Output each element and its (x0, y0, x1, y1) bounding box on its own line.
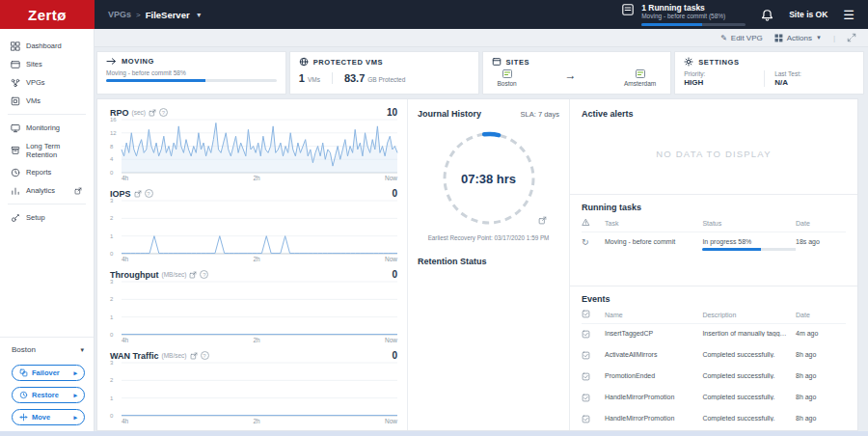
running-tasks-header: Task Status Date (582, 212, 846, 232)
help-icon[interactable]: ? (201, 351, 209, 360)
sidebar: Dashboard Sites VPGs VMs Monitoring Long… (0, 29, 95, 431)
external-link-icon[interactable] (134, 190, 142, 198)
sidebar-item-reports[interactable]: Reports (0, 163, 94, 181)
help-icon[interactable]: ? (145, 189, 153, 198)
task-progress-fill (702, 248, 760, 251)
task-status-cell: In progress 58% (702, 238, 796, 251)
site-icon (635, 68, 646, 79)
running-task-row[interactable]: ↻ Moving - before commit In progress 58%… (582, 232, 846, 257)
column-header-name: Name (605, 312, 702, 318)
external-link-icon (74, 187, 82, 195)
wan-traffic-chart: WAN Traffic (MB/sec) ? 0 3210 4h2hNow (110, 350, 397, 431)
help-icon[interactable]: ? (159, 108, 168, 117)
priority-label: Priority: (684, 70, 764, 77)
sidebar-label: Monitoring (26, 123, 60, 132)
earliest-recovery-point: Earliest Recovery Point: 03/17/2020 1:59… (418, 234, 559, 241)
source-site: Boston (498, 68, 517, 87)
running-tasks-title: Running tasks (582, 203, 846, 212)
sidebar-item-vms[interactable]: VMs (0, 92, 94, 110)
event-icon (582, 372, 605, 382)
bell-icon[interactable] (761, 9, 773, 21)
chevron-down-icon[interactable]: ▼ (196, 12, 203, 18)
event-description: Completed successfully. (702, 394, 796, 400)
external-link-icon[interactable] (189, 271, 197, 279)
tasks-subtitle: Moving - before commit (58%) (641, 13, 746, 20)
protected-vms-title: PROTECTED VMS (313, 58, 383, 67)
moving-progress-fill (106, 79, 205, 82)
panel-divider (332, 72, 333, 84)
help-icon[interactable]: ? (200, 270, 208, 279)
breadcrumb[interactable]: VPGs > FileServer ▼ (108, 10, 203, 20)
event-icon (582, 330, 605, 340)
chevron-down-icon: ▼ (816, 35, 822, 41)
setup-icon (11, 213, 20, 223)
event-row[interactable]: HandleMirrorPromotion Completed successf… (582, 388, 846, 409)
sidebar-label: Sites (26, 60, 42, 68)
event-row[interactable]: ActivateAllMirrors Completed successfull… (582, 345, 846, 367)
y-axis-labels: 3210 (110, 198, 120, 257)
external-link-icon[interactable] (190, 352, 198, 360)
failover-button[interactable]: Failover ▸ (12, 365, 85, 381)
sidebar-item-setup[interactable]: Setup (0, 208, 94, 227)
spinner-icon: ↻ (582, 238, 605, 246)
column-header-task: Task (605, 220, 702, 227)
summary-strip: MOVING Moving - before commit 58% PROTEC… (96, 51, 864, 95)
sidebar-item-dashboard[interactable]: Dashboard (0, 37, 94, 55)
task-progress-track (702, 248, 796, 251)
task-name: Moving - before commit (605, 238, 702, 245)
event-row[interactable]: InsertTaggedCP Insertion of manually tag… (582, 324, 846, 345)
moving-panel: MOVING Moving - before commit 58% (96, 51, 286, 95)
content-card: RPO (sec) ? 10 1612840 4h2hNow IOPS (96, 98, 858, 431)
breadcrumb-separator: > (136, 11, 141, 19)
breadcrumb-section[interactable]: VPGs (108, 10, 131, 19)
last-test-block: Last Test: N/A (764, 70, 854, 87)
chart-plot: 1612840 (110, 120, 397, 173)
sidebar-bottom: Boston ▾ Failover ▸ Restore ▸ Move ▸ (0, 337, 94, 431)
sidebar-item-long-term-retention[interactable]: Long Term Retention (0, 137, 94, 163)
restore-button[interactable]: Restore ▸ (12, 387, 85, 403)
y-axis-labels: 3210 (110, 279, 120, 338)
earliest-value: 03/17/2020 1:59 PM (495, 234, 550, 241)
event-icon (582, 415, 605, 424)
event-description: Completed successfully. (702, 351, 796, 358)
tasks-text: 1 Running tasks Moving - before commit (… (641, 3, 746, 26)
source-site-label: Boston (498, 80, 517, 87)
column-header-date: Date (796, 220, 846, 227)
event-check-icon (582, 310, 605, 319)
sidebar-item-vpgs[interactable]: VPGs (0, 73, 94, 92)
section-divider (570, 286, 857, 286)
main-area: MOVING Moving - before commit 58% PROTEC… (95, 47, 868, 431)
globe-icon (299, 57, 309, 67)
actions-button[interactable]: Actions ▼ (774, 34, 822, 42)
chart-current-value: 10 (387, 107, 397, 118)
event-description: Completed successfully. (702, 415, 796, 422)
event-description: Insertion of manually tagged checkpoint … (702, 330, 796, 337)
pencil-icon: ✎ (720, 34, 727, 42)
external-link-icon[interactable] (149, 109, 156, 117)
chart-title: Throughput (110, 270, 158, 280)
event-row[interactable]: PromotionEnded Completed successfully. 8… (582, 367, 846, 388)
move-button[interactable]: Move ▸ (12, 409, 85, 425)
top-bar: Zertø VPGs > FileServer ▼ 1 Running task… (0, 0, 868, 29)
breadcrumb-current[interactable]: FileServer (146, 10, 190, 20)
tasks-icon (621, 3, 635, 16)
journal-column: Journal History SLA: 7 days 07:38 hrs Ea… (408, 99, 570, 430)
active-alerts-body: NO DATA TO DISPLAY (582, 119, 846, 188)
task-status: In progress 58% (702, 238, 751, 245)
running-tasks-indicator[interactable]: 1 Running tasks Moving - before commit (… (621, 3, 746, 26)
sidebar-item-sites[interactable]: Sites (0, 55, 94, 73)
expand-icon[interactable] (847, 33, 856, 42)
menu-icon[interactable]: ☰ (843, 9, 854, 21)
chevron-right-icon: ▸ (73, 392, 77, 399)
chevron-down-icon: ▾ (80, 346, 84, 354)
site-selector[interactable]: Boston ▾ (0, 337, 94, 362)
external-link-icon[interactable] (538, 216, 547, 225)
chart-unit: (MB/sec) (161, 271, 186, 278)
actions-label: Actions (787, 34, 812, 42)
event-row[interactable]: HandleMirrorPromotion Completed successf… (582, 409, 846, 430)
sidebar-item-monitoring[interactable]: Monitoring (0, 119, 94, 137)
edit-vpg-button[interactable]: ✎ Edit VPG (720, 34, 763, 42)
sidebar-item-analytics[interactable]: Analytics (0, 181, 94, 200)
vms-icon (11, 96, 20, 106)
column-header-status: Status (702, 220, 796, 227)
